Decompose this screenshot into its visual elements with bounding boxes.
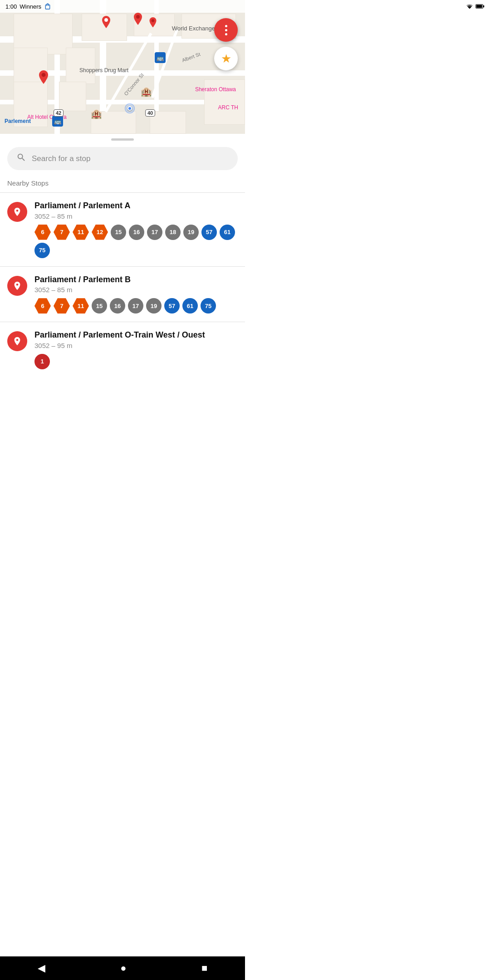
- route-badge: 6: [34, 225, 51, 240]
- route-badge: 7: [54, 298, 70, 314]
- stop-meta-2: 3052 – 85 m: [34, 286, 238, 294]
- route-badge: 1: [34, 354, 50, 369]
- alt-hotel-pin: 🏨: [91, 108, 102, 119]
- route-badge: 16: [129, 225, 144, 240]
- status-bar: 1:00 Winners: [0, 0, 245, 13]
- block-6: [66, 48, 95, 84]
- drag-handle-bar: [111, 138, 134, 141]
- route-badge: 57: [201, 225, 217, 240]
- shopping-bag-icon: [44, 3, 51, 10]
- svg-point-6: [42, 73, 46, 77]
- map-area: World Exchange Plaza Shoppers Drug Mart …: [0, 0, 245, 134]
- stop-icon-3: [7, 331, 27, 351]
- route-badge: 18: [165, 225, 181, 240]
- map-pin-2: [132, 13, 144, 31]
- route-badge: 19: [183, 225, 199, 240]
- sheraton-label: Sheraton Ottawa: [195, 86, 236, 93]
- bus-stop-icon-2: 🚌: [155, 52, 166, 63]
- route-badge: 12: [92, 225, 108, 240]
- parlement-label: Parlement: [5, 118, 31, 124]
- stop-icon-2: [7, 276, 27, 296]
- route-badge: 15: [111, 225, 126, 240]
- route-badge: 75: [201, 298, 216, 314]
- star-icon: ★: [221, 52, 231, 66]
- stop-meta-1: 3052 – 85 m: [34, 212, 238, 220]
- route-badge: 15: [92, 298, 107, 314]
- bus-stop-icon-1: 🚌: [52, 116, 63, 127]
- stop-info-2: Parliament / Parlement B 3052 – 85 m 6 7…: [34, 275, 238, 314]
- route-badge: 19: [146, 298, 162, 314]
- status-carrier: Winners: [20, 3, 41, 10]
- map-route-42: 42: [54, 109, 64, 117]
- map-route-40: 40: [145, 109, 155, 117]
- route-badges-3: 1: [34, 354, 238, 369]
- route-badge: 57: [164, 298, 180, 314]
- map-menu-button[interactable]: [214, 18, 238, 42]
- map-pin-3: [147, 17, 158, 33]
- search-icon: [16, 152, 26, 165]
- stop-item-parliament-otrain[interactable]: Parliament / Parlement O-Train West / Ou…: [0, 322, 245, 377]
- map-favorites-button[interactable]: ★: [214, 47, 238, 70]
- route-badges-2: 6 7 11 15 16 17 19 57 61 75: [34, 298, 238, 314]
- stop-name-1: Parliament / Parlement A: [34, 201, 238, 211]
- stop-icon-1: [7, 202, 27, 222]
- arc-label: ARC TH: [218, 104, 238, 111]
- sheraton-pin: 🏨: [141, 86, 152, 97]
- stop-name-3: Parliament / Parlement O-Train West / Ou…: [34, 330, 238, 340]
- route-badge: 11: [73, 298, 89, 314]
- map-pin-4: [36, 70, 51, 90]
- menu-dots: [225, 25, 227, 35]
- block-8: [59, 82, 86, 111]
- drag-handle[interactable]: [0, 134, 245, 145]
- route-badge: 11: [73, 225, 89, 240]
- route-badge: 7: [54, 225, 70, 240]
- search-placeholder-text: Search for a stop: [32, 154, 90, 163]
- route-badge: 17: [128, 298, 143, 314]
- status-time: 1:00: [5, 3, 17, 10]
- search-bar[interactable]: Search for a stop: [7, 147, 238, 170]
- stop-item-parliament-b[interactable]: Parliament / Parlement B 3052 – 85 m 6 7…: [0, 267, 245, 322]
- stop-name-2: Parliament / Parlement B: [34, 275, 238, 285]
- route-badge: 17: [147, 225, 162, 240]
- svg-point-3: [104, 18, 108, 22]
- route-badges-1: 6 7 11 12 15 16 17 18 19 57 61 75: [34, 225, 238, 258]
- route-badge: 61: [220, 225, 235, 240]
- stop-meta-3: 3052 – 95 m: [34, 342, 238, 349]
- stop-item-parliament-a[interactable]: Parliament / Parlement A 3052 – 85 m 6 7…: [0, 193, 245, 266]
- user-location: [125, 103, 135, 113]
- shoppers-label: Shoppers Drug Mart: [79, 67, 128, 74]
- svg-point-5: [152, 19, 155, 22]
- bottom-sheet: Search for a stop Nearby Stops Parliamen…: [0, 134, 245, 405]
- location-pin-icon-1: [12, 207, 22, 217]
- svg-point-4: [136, 15, 140, 19]
- route-badge: 75: [34, 243, 50, 258]
- location-pin-icon-3: [12, 336, 22, 346]
- location-pin-icon-2: [12, 281, 22, 291]
- map-pin-1: [100, 16, 113, 34]
- nearby-stops-label: Nearby Stops: [0, 177, 245, 192]
- route-badge: 6: [34, 298, 51, 314]
- route-badge: 61: [182, 298, 198, 314]
- route-badge: 16: [110, 298, 125, 314]
- stop-info-3: Parliament / Parlement O-Train West / Ou…: [34, 330, 238, 369]
- stop-info-1: Parliament / Parlement A 3052 – 85 m 6 7…: [34, 201, 238, 258]
- search-container: Search for a stop: [0, 145, 245, 177]
